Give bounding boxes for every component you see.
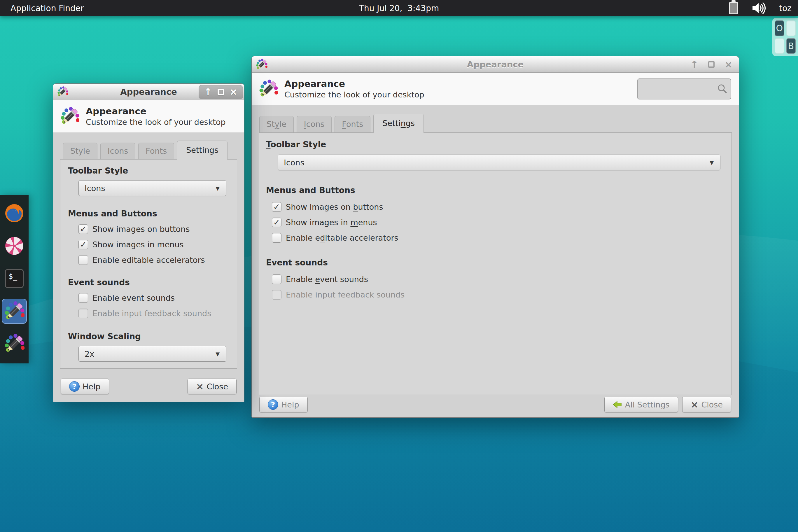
checkbox-label: Show images in menus bbox=[93, 240, 184, 249]
all-settings-button[interactable]: All Settings bbox=[604, 397, 678, 413]
shade-button[interactable]: ↑ bbox=[690, 60, 698, 69]
window-header: Appearance Customize the look of your de… bbox=[53, 100, 244, 133]
event-sounds-heading: Event sounds bbox=[68, 278, 229, 287]
dock-media-pinwheel-icon[interactable] bbox=[2, 233, 27, 259]
maximize-button[interactable] bbox=[217, 89, 224, 95]
dock-terminal-icon[interactable]: $_ bbox=[2, 266, 27, 291]
checkbox-label: Show images in menus bbox=[286, 218, 377, 227]
checkbox-checked[interactable]: ✓ bbox=[78, 240, 88, 249]
checkbox-label: Enable event sounds bbox=[93, 293, 175, 302]
settings-tab-panel: Toolbar Style Icons ▼ Menus and Buttons … bbox=[60, 159, 237, 369]
workspace-3[interactable] bbox=[775, 38, 784, 54]
close-icon: × bbox=[691, 400, 699, 409]
chevron-down-icon: ▼ bbox=[215, 185, 220, 191]
tab-style[interactable]: Style bbox=[63, 142, 97, 159]
dock: $_ bbox=[0, 195, 28, 363]
checkbox-checked[interactable]: ✓ bbox=[78, 224, 88, 234]
battery-icon[interactable] bbox=[729, 2, 738, 14]
appearance-icon bbox=[259, 79, 278, 99]
close-button[interactable]: × Close bbox=[682, 397, 731, 413]
appearance-icon bbox=[60, 107, 79, 126]
tab-icons[interactable]: Icons bbox=[100, 142, 136, 159]
checkbox-input-feedback-sounds: Enable input feedback sounds bbox=[78, 309, 226, 318]
header-subtitle: Customize the look of your desktop bbox=[86, 117, 226, 127]
titlebar[interactable]: Appearance ↑ × bbox=[53, 84, 244, 100]
tab-bar: Style Icons Fonts Settings bbox=[259, 113, 739, 132]
header-title: Appearance bbox=[284, 78, 424, 89]
header-subtitle: Customize the look of your desktop bbox=[284, 90, 424, 99]
checkbox-checked[interactable]: ✓ bbox=[272, 202, 282, 212]
checkbox-unchecked[interactable] bbox=[272, 274, 282, 284]
search-box bbox=[637, 78, 731, 99]
checkbox-enable-event-sounds[interactable]: Enable event sounds bbox=[78, 293, 226, 303]
appearance-window-small: Appearance ↑ × Appearance Customize the … bbox=[53, 83, 244, 402]
checkbox-show-images-in-menus[interactable]: ✓ Show images in menus bbox=[272, 217, 724, 227]
checkbox-unchecked[interactable] bbox=[78, 255, 88, 265]
settings-tab-panel: Toolbar Style Icons ▼ Menus and Buttons … bbox=[259, 132, 732, 395]
checkbox-unchecked[interactable] bbox=[272, 233, 282, 243]
chevron-down-icon: ▼ bbox=[710, 159, 714, 166]
help-button[interactable]: ? Help bbox=[61, 379, 109, 394]
shade-button[interactable]: ↑ bbox=[204, 87, 212, 97]
menus-buttons-heading: Menus and Buttons bbox=[68, 209, 229, 218]
appearance-icon bbox=[57, 86, 68, 97]
checkbox-label: Enable editable accelerators bbox=[93, 255, 205, 265]
workspace-4[interactable]: B bbox=[786, 38, 796, 54]
checkbox-enable-event-sounds[interactable]: Enable event sounds bbox=[272, 274, 724, 284]
titlebar-buttons: ↑ × bbox=[198, 85, 243, 99]
checkbox-unchecked[interactable] bbox=[78, 293, 88, 303]
panel-clock[interactable]: Thu Jul 20, 3:43pm bbox=[0, 3, 798, 13]
desktop: Application Finder Thu Jul 20, 3:43pm to… bbox=[0, 0, 798, 532]
top-panel: Application Finder Thu Jul 20, 3:43pm to… bbox=[0, 0, 798, 16]
checkbox-show-images-on-buttons[interactable]: ✓ Show images on buttons bbox=[78, 224, 226, 234]
event-sounds-heading: Event sounds bbox=[266, 258, 724, 267]
checkbox-editable-accelerators[interactable]: Enable editable accelerators bbox=[78, 255, 226, 265]
close-icon: × bbox=[196, 382, 204, 391]
dialog-buttons: ? Help All Settings × Close bbox=[259, 397, 731, 413]
toolbar-style-heading: Toolbar Style bbox=[266, 140, 724, 149]
menus-buttons-heading: Menus and Buttons bbox=[266, 186, 724, 195]
dock-firefox-icon[interactable] bbox=[2, 201, 27, 226]
header-title: Appearance bbox=[86, 106, 226, 116]
tab-style[interactable]: Style bbox=[259, 116, 294, 132]
checkbox-label: Show images on buttons bbox=[286, 203, 383, 211]
dialog-buttons: ? Help × Close bbox=[61, 379, 236, 394]
help-icon: ? bbox=[268, 399, 278, 410]
close-button[interactable]: × bbox=[724, 60, 733, 69]
tab-bar: Style Icons Fonts Settings bbox=[63, 140, 244, 159]
workspace-1[interactable]: O bbox=[775, 20, 784, 36]
help-button[interactable]: ? Help bbox=[259, 397, 308, 413]
tab-settings[interactable]: Settings bbox=[177, 140, 228, 159]
workspace-2[interactable] bbox=[786, 20, 796, 36]
dock-appearance-icon-active[interactable] bbox=[2, 299, 27, 324]
checkbox-show-images-in-menus[interactable]: ✓ Show images in menus bbox=[78, 240, 226, 249]
checkbox-unchecked bbox=[272, 290, 282, 300]
checkbox-checked[interactable]: ✓ bbox=[272, 217, 282, 227]
search-icon bbox=[717, 83, 728, 95]
tab-settings[interactable]: Settings bbox=[373, 114, 424, 133]
window-scaling-dropdown[interactable]: 2x ▼ bbox=[78, 346, 226, 362]
close-button[interactable]: × bbox=[230, 87, 238, 97]
toolbar-style-dropdown[interactable]: Icons ▼ bbox=[78, 180, 226, 196]
window-header: Appearance Customize the look of your de… bbox=[252, 73, 739, 105]
close-button[interactable]: × Close bbox=[188, 379, 236, 394]
tab-fonts[interactable]: Fonts bbox=[335, 116, 370, 132]
toolbar-style-dropdown[interactable]: Icons ▼ bbox=[278, 155, 720, 170]
titlebar-buttons: ↑ × bbox=[690, 56, 733, 73]
checkbox-label: Enable editable accelerators bbox=[286, 233, 398, 242]
window-scaling-heading: Window Scaling bbox=[68, 331, 229, 341]
tab-icons[interactable]: Icons bbox=[297, 116, 332, 132]
window-title: Appearance bbox=[252, 59, 739, 70]
checkbox-label: Enable event sounds bbox=[286, 275, 368, 284]
checkbox-show-images-on-buttons[interactable]: ✓ Show images on buttons bbox=[272, 202, 724, 212]
maximize-button[interactable] bbox=[708, 61, 715, 68]
appearance-icon bbox=[256, 59, 267, 70]
back-arrow-icon bbox=[613, 400, 622, 408]
checkbox-editable-accelerators[interactable]: Enable editable accelerators bbox=[272, 233, 724, 243]
dock-appearance-icon[interactable] bbox=[2, 331, 27, 356]
toolbar-style-heading: Toolbar Style bbox=[68, 166, 229, 176]
titlebar[interactable]: Appearance ↑ × bbox=[252, 56, 739, 73]
appearance-window-large: Appearance ↑ × Appearance Customize the … bbox=[251, 56, 739, 418]
tab-fonts[interactable]: Fonts bbox=[138, 142, 174, 159]
checkbox-label: Enable input feedback sounds bbox=[286, 290, 404, 299]
